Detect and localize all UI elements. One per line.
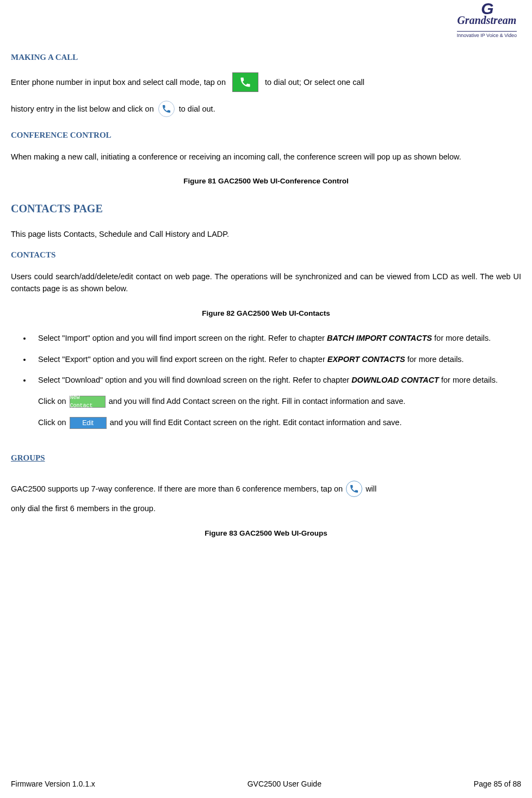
- footer-title: GVC2500 User Guide: [248, 778, 321, 790]
- page-footer: Firmware Version 1.0.1.x GVC2500 User Gu…: [11, 778, 521, 790]
- contacts-text: Users could search/add/delete/edit conta…: [11, 271, 521, 295]
- groups-text-1: GAC2500 supports up 7-way conference. If…: [11, 483, 343, 495]
- groups-text-2: will: [366, 483, 376, 495]
- heading-making-a-call: MAKING A CALL: [11, 51, 521, 64]
- conference-control-text: When making a new call, initiating a con…: [11, 151, 521, 163]
- bullet-export: Select "Export" option and you will find…: [32, 353, 521, 365]
- bullet-download: Select "Download" option and you will fi…: [32, 374, 521, 386]
- heading-contacts-page: CONTACTS PAGE: [11, 200, 521, 217]
- groups-text-3: only dial the first 6 members in the gro…: [11, 502, 521, 514]
- brand-logo: G Grandstream Innovative IP Voice & Vide…: [457, 5, 517, 40]
- brand-tagline: Innovative IP Voice & Video: [457, 31, 517, 40]
- making-call-text-1: Enter phone number in input box and sele…: [11, 76, 226, 88]
- group-call-icon: [346, 481, 362, 497]
- heading-conference-control: CONFERENCE CONTROL: [11, 129, 521, 142]
- making-call-text-3: history entry in the list below and clic…: [11, 103, 154, 115]
- brand-name: Grandstream: [457, 12, 517, 29]
- dial-blue-circle-icon: [158, 101, 175, 117]
- edit-button-icon: Edit: [70, 417, 107, 429]
- contacts-page-text: This page lists Contacts, Schedule and C…: [11, 228, 521, 240]
- figure-81-caption: Figure 81 GAC2500 Web UI-Conference Cont…: [11, 176, 521, 187]
- heading-groups: GROUPS: [11, 452, 521, 464]
- new-contact-button-icon: New Contact: [70, 396, 106, 408]
- logo-swoosh-icon: G: [457, 5, 517, 12]
- making-call-text-2: to dial out; Or select one call: [265, 76, 364, 88]
- heading-contacts: CONTACTS: [11, 249, 521, 261]
- making-call-text-4: to dial out.: [179, 103, 215, 115]
- figure-82-caption: Figure 82 GAC2500 Web UI-Contacts: [11, 308, 521, 320]
- contacts-bullet-list: Select "Import" option and you will find…: [11, 332, 521, 429]
- footer-page: Page 85 of 88: [474, 778, 521, 790]
- dial-green-icon: [232, 72, 258, 92]
- bullet-new-contact: Click on New Contact and you will find A…: [32, 395, 521, 408]
- footer-firmware: Firmware Version 1.0.1.x: [11, 778, 95, 790]
- bullet-edit-contact: Click on Edit and you will find Edit Con…: [32, 416, 521, 429]
- figure-83-caption: Figure 83 GAC2500 Web UI-Groups: [11, 528, 521, 539]
- bullet-import: Select "Import" option and you will find…: [32, 332, 521, 344]
